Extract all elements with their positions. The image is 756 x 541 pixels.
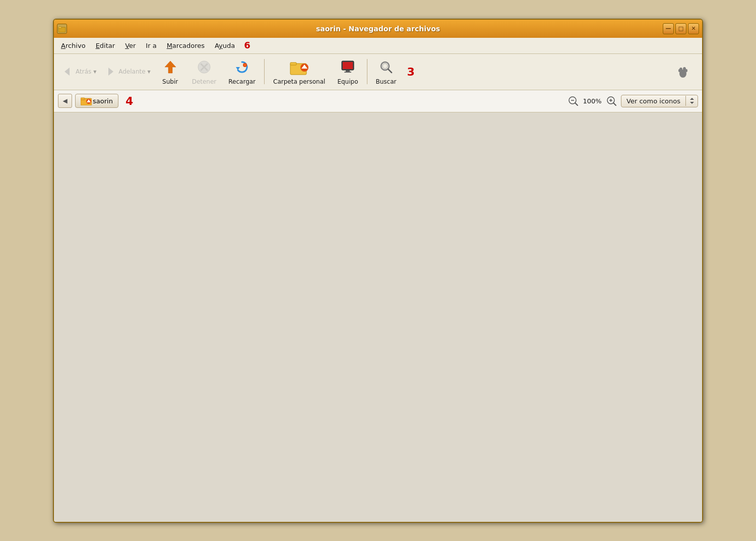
nav-annotation-4: 4 — [125, 95, 133, 107]
svg-marker-40 — [690, 102, 694, 104]
view-mode-dropdown-arrow[interactable] — [685, 96, 698, 106]
svg-marker-2 — [65, 68, 70, 76]
menu-archivo[interactable]: Archivo — [56, 40, 91, 51]
content-area — [54, 112, 702, 522]
stop-button[interactable]: Detener — [186, 55, 222, 88]
search-svg — [379, 60, 393, 74]
menu-marcadores[interactable]: Marcadores — [162, 40, 210, 51]
nav-bar: ◀ saorin 4 — [54, 90, 702, 112]
svg-point-26 — [678, 69, 680, 72]
computer-label: Equipo — [337, 78, 358, 85]
reload-label: Recargar — [228, 78, 256, 85]
close-button[interactable]: ✕ — [688, 23, 699, 34]
stop-label: Detener — [192, 78, 217, 85]
back-label: Atrás — [76, 68, 91, 75]
menu-bar: Archivo Editar Ver Ir a Marcadores Ayuda… — [54, 38, 702, 54]
breadcrumb-label: saorin — [93, 97, 113, 105]
up-button[interactable]: Subir — [155, 55, 185, 88]
svg-rect-13 — [290, 63, 296, 65]
back-button[interactable]: Atrás ▼ — [58, 60, 100, 83]
menu-ver[interactable]: Ver — [120, 40, 141, 51]
home-folder-svg — [289, 58, 309, 76]
window-controls: — □ ✕ — [663, 23, 699, 34]
svg-marker-9 — [236, 67, 240, 70]
window-title: saorin - Navegador de archivos — [316, 25, 440, 33]
computer-icon — [340, 58, 356, 76]
computer-button[interactable]: Equipo — [332, 55, 363, 88]
computer-svg — [340, 59, 355, 75]
up-icon — [162, 58, 178, 76]
menu-ayuda[interactable]: Ayuda — [210, 40, 240, 51]
svg-rect-1 — [58, 27, 61, 28]
search-label: Buscar — [376, 78, 397, 85]
title-bar: saorin - Navegador de archivos — □ ✕ — [54, 20, 702, 38]
zoom-out-svg — [568, 95, 579, 106]
forward-button[interactable]: Adelante ▼ — [101, 60, 154, 83]
forward-icon — [102, 63, 118, 81]
search-icon — [378, 58, 394, 76]
svg-rect-18 — [346, 70, 350, 72]
svg-rect-29 — [81, 98, 85, 100]
home-folder-label: Carpeta personal — [273, 78, 325, 85]
separator-2 — [367, 59, 367, 84]
menu-editar[interactable]: Editar — [91, 40, 120, 51]
stop-svg — [197, 60, 211, 74]
svg-line-22 — [388, 69, 392, 73]
svg-rect-19 — [344, 72, 351, 73]
svg-rect-17 — [343, 62, 353, 69]
maximize-button[interactable]: □ — [675, 23, 686, 34]
back-dropdown-arrow[interactable]: ▼ — [91, 65, 98, 79]
breadcrumb-folder-svg — [81, 96, 92, 105]
breadcrumb-folder-icon — [81, 96, 91, 105]
svg-point-11 — [244, 64, 246, 66]
up-arrow-svg — [163, 59, 178, 75]
home-folder-icon — [288, 58, 310, 76]
forward-arrow-svg — [103, 65, 117, 79]
svg-point-21 — [383, 64, 388, 69]
view-mode-label: Ver como iconos — [621, 95, 685, 107]
toolbar-annotation-3: 3 — [407, 66, 415, 78]
forward-dropdown-arrow[interactable]: ▼ — [146, 65, 153, 79]
svg-point-27 — [685, 69, 687, 72]
nav-back-button[interactable]: ◀ — [58, 94, 72, 108]
gnome-foot-icon — [675, 63, 691, 81]
search-button[interactable]: Buscar — [370, 55, 402, 88]
zoom-controls: 100% — [566, 94, 618, 107]
up-label: Subir — [162, 78, 178, 85]
zoom-in-button[interactable] — [605, 94, 618, 107]
zoom-out-button[interactable] — [566, 94, 580, 107]
view-mode-arrows-svg — [689, 97, 695, 104]
reload-svg — [235, 60, 249, 74]
back-icon — [59, 63, 76, 81]
svg-marker-3 — [108, 68, 113, 76]
minimize-button[interactable]: — — [663, 23, 674, 34]
gnome-foot-svg — [676, 65, 690, 79]
back-arrow-svg — [60, 65, 75, 79]
home-folder-button[interactable]: Carpeta personal — [268, 55, 331, 88]
reload-icon — [234, 58, 250, 76]
separator-1 — [264, 59, 265, 84]
zoom-in-svg — [606, 95, 617, 106]
breadcrumb-saorin[interactable]: saorin — [75, 94, 118, 108]
nav-back-arrow: ◀ — [62, 97, 67, 104]
file-manager-window: saorin - Navegador de archivos — □ ✕ Arc… — [53, 19, 703, 523]
title-bar-left — [57, 24, 67, 34]
svg-marker-39 — [690, 98, 694, 100]
view-mode-select[interactable]: Ver como iconos — [621, 95, 698, 107]
reload-button[interactable]: Recargar — [223, 55, 261, 88]
menu-annotation-6: 6 — [244, 41, 250, 50]
svg-line-34 — [575, 103, 578, 105]
gnome-foot-button[interactable] — [668, 60, 698, 83]
stop-icon — [196, 58, 212, 76]
toolbar: Atrás ▼ Adelante ▼ Subir — [54, 54, 702, 90]
menu-ir-a[interactable]: Ir a — [141, 40, 161, 51]
svg-line-38 — [613, 103, 616, 105]
app-icon — [57, 24, 67, 34]
zoom-percent: 100% — [583, 97, 602, 105]
forward-label: Adelante — [118, 68, 145, 75]
